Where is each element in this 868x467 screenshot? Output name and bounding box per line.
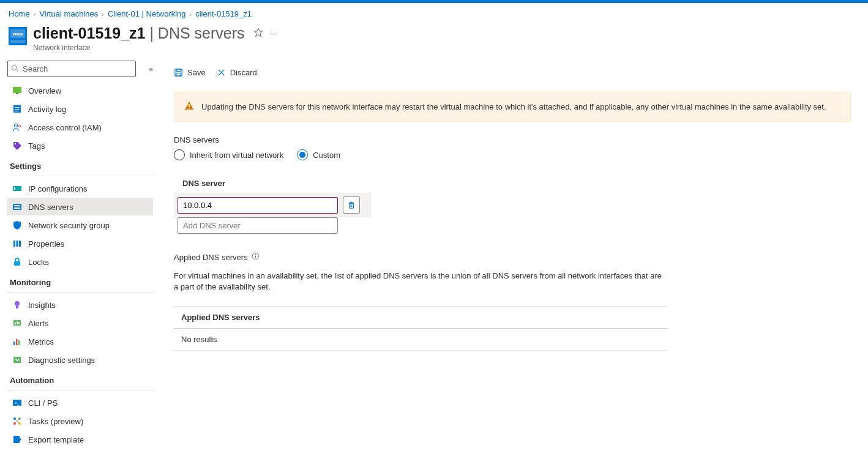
sidebar-item-tasks[interactable]: Tasks (preview) <box>7 413 153 430</box>
sidebar-item-alerts[interactable]: Alerts <box>7 315 153 332</box>
toolbar: Save Discard <box>174 68 851 77</box>
svg-rect-46 <box>176 73 181 76</box>
sidebar-item-metrics[interactable]: Metrics <box>7 333 153 350</box>
collapse-sidebar-icon[interactable]: « <box>149 65 153 73</box>
diagnostic-icon <box>12 355 22 365</box>
svg-rect-18 <box>13 204 21 210</box>
sidebar-item-locks[interactable]: Locks <box>7 253 153 271</box>
svg-point-58 <box>255 254 256 255</box>
breadcrumb-nic[interactable]: client-01519_z1 <box>195 9 252 18</box>
svg-rect-45 <box>177 69 181 72</box>
overview-icon <box>12 86 22 95</box>
sidebar-item-label: IP configurations <box>28 184 88 193</box>
applied-dns-label: Applied DNS servers <box>174 253 248 262</box>
dns-mode-radio-group: Inherit from virtual network Custom <box>174 149 851 160</box>
sidebar-item-label: Locks <box>28 258 49 267</box>
breadcrumb-client-networking[interactable]: Client-01 | Networking <box>108 9 186 18</box>
sidebar-item-activity-log[interactable]: Activity log <box>7 100 153 118</box>
insights-icon <box>12 300 22 310</box>
svg-rect-22 <box>17 241 18 247</box>
trash-icon <box>347 201 356 209</box>
lock-icon <box>12 257 22 267</box>
discard-button[interactable]: Discard <box>217 68 257 77</box>
divider <box>7 292 153 293</box>
svg-rect-7 <box>13 87 21 93</box>
sidebar-item-label: Alerts <box>28 319 48 328</box>
sidebar-section-settings: Settings <box>7 155 153 174</box>
dns-add-row <box>174 217 371 237</box>
sidebar-item-properties[interactable]: Properties <box>7 235 153 252</box>
breadcrumb-vms[interactable]: Virtual machines <box>39 9 98 18</box>
svg-rect-51 <box>350 203 354 208</box>
divider <box>7 390 153 390</box>
sidebar: « Overview Activity log Access control (… <box>0 57 157 461</box>
sidebar-item-cli-ps[interactable]: >_ CLI / PS <box>7 394 153 411</box>
warning-banner: Updating the DNS servers for this networ… <box>174 92 851 122</box>
chevron-right-icon: › <box>34 10 36 18</box>
svg-text:www: www <box>12 32 23 36</box>
sidebar-item-overview[interactable]: Overview <box>7 82 153 99</box>
sidebar-item-label: Export template <box>28 435 84 444</box>
sidebar-item-nsg[interactable]: Network security group <box>7 217 153 234</box>
svg-rect-28 <box>15 323 16 324</box>
dns-server-input[interactable] <box>178 197 338 214</box>
sidebar-item-label: Network security group <box>28 221 110 230</box>
delete-dns-button[interactable] <box>343 196 360 214</box>
sidebar-item-access-control[interactable]: Access control (IAM) <box>7 119 153 136</box>
sidebar-item-dns-servers[interactable]: DNS servers <box>7 198 153 215</box>
discard-label: Discard <box>230 68 257 77</box>
sidebar-section-monitoring: Monitoring <box>7 272 153 291</box>
svg-rect-33 <box>18 340 20 345</box>
svg-rect-21 <box>13 241 15 247</box>
sidebar-item-label: Metrics <box>28 337 54 346</box>
svg-rect-20 <box>14 207 20 209</box>
svg-rect-30 <box>18 322 20 324</box>
svg-rect-50 <box>189 108 190 109</box>
sidebar-item-label: Overview <box>28 86 61 95</box>
applied-dns-label-row: Applied DNS servers <box>174 252 851 262</box>
search-icon <box>11 64 18 73</box>
chevron-right-icon: › <box>102 10 104 18</box>
info-icon[interactable] <box>252 252 260 262</box>
svg-point-25 <box>15 301 20 306</box>
radio-custom[interactable]: Custom <box>297 149 340 160</box>
svg-point-5 <box>12 65 17 70</box>
main-content: Save Discard Updating the DNS servers fo… <box>157 57 868 461</box>
svg-line-6 <box>16 69 18 71</box>
breadcrumb-home[interactable]: Home <box>9 9 30 18</box>
sidebar-item-diagnostic[interactable]: Diagnostic settings <box>7 351 153 368</box>
save-button[interactable]: Save <box>174 68 206 77</box>
title-blade-name: DNS servers <box>158 24 245 42</box>
radio-inherit[interactable]: Inherit from virtual network <box>174 149 283 160</box>
svg-point-14 <box>19 125 21 127</box>
svg-rect-19 <box>14 205 20 206</box>
sidebar-item-export-template[interactable]: Export template <box>7 431 153 448</box>
sidebar-item-label: Tags <box>28 141 45 151</box>
dns-add-input[interactable] <box>178 217 338 234</box>
page-header: www client-01519_z1 | DNS servers ··· Ne… <box>0 21 868 57</box>
radio-label: Custom <box>313 151 340 160</box>
sidebar-item-tags[interactable]: Tags <box>7 137 153 154</box>
applied-dns-table: Applied DNS servers No results <box>174 306 668 351</box>
svg-marker-4 <box>254 28 262 36</box>
radio-unchecked-icon <box>174 149 185 160</box>
svg-point-15 <box>15 143 16 144</box>
page-subtitle: Network interface <box>33 43 277 52</box>
sidebar-item-insights[interactable]: Insights <box>7 296 153 313</box>
sidebar-item-ip-configurations[interactable]: IP configurations <box>7 180 153 197</box>
svg-rect-29 <box>17 321 18 324</box>
pin-favorite-icon[interactable] <box>253 28 263 39</box>
svg-rect-12 <box>15 111 18 111</box>
sidebar-search-input[interactable] <box>7 61 136 77</box>
more-menu-icon[interactable]: ··· <box>269 29 278 38</box>
activity-log-icon <box>12 104 22 114</box>
discard-icon <box>217 68 226 77</box>
svg-rect-34 <box>13 357 21 363</box>
access-control-icon <box>12 122 22 132</box>
svg-rect-26 <box>16 306 18 308</box>
sidebar-item-label: Tasks (preview) <box>28 417 83 426</box>
properties-icon <box>12 239 22 248</box>
svg-rect-11 <box>15 109 20 110</box>
svg-rect-8 <box>16 93 18 94</box>
radio-label: Inherit from virtual network <box>190 151 283 160</box>
